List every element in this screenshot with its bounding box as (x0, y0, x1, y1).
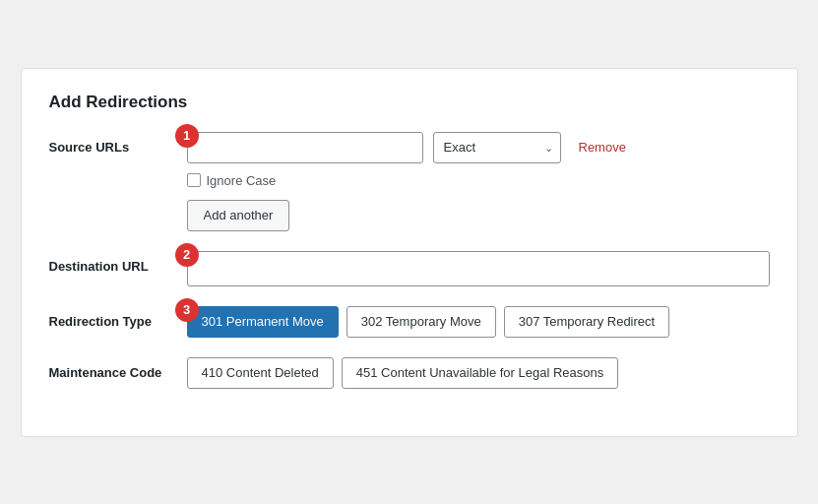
btn-301-permanent-move[interactable]: 301 Permanent Move (187, 306, 339, 338)
btn-307-temporary-redirect[interactable]: 307 Temporary Redirect (504, 306, 670, 338)
source-urls-label: Source URLs (49, 132, 187, 155)
source-url-input-row: Exact Regex Contains ⌄ Remove (187, 132, 770, 163)
ignore-case-checkbox[interactable] (187, 173, 201, 187)
redirection-type-content: 3 301 Permanent Move 302 Temporary Move … (187, 306, 770, 338)
match-type-select-wrapper: Exact Regex Contains ⌄ (433, 132, 561, 163)
maintenance-code-content: 410 Content Deleted 451 Content Unavaila… (187, 357, 770, 389)
remove-link[interactable]: Remove (579, 140, 626, 155)
btn-302-temporary-move[interactable]: 302 Temporary Move (346, 306, 496, 338)
maintenance-code-row: Maintenance Code 410 Content Deleted 451… (49, 357, 770, 389)
btn-410-content-deleted[interactable]: 410 Content Deleted (187, 357, 334, 389)
ignore-case-label: Ignore Case (207, 173, 277, 188)
redirection-type-label: Redirection Type (49, 306, 187, 329)
maintenance-code-buttons: 410 Content Deleted 451 Content Unavaila… (187, 357, 770, 389)
redirection-type-row: Redirection Type 3 301 Permanent Move 30… (49, 306, 770, 338)
destination-url-label: Destination URL (49, 251, 187, 274)
source-urls-content: 1 Exact Regex Contains ⌄ Remove Ignore C… (187, 132, 770, 231)
source-urls-row: Source URLs 1 Exact Regex Contains ⌄ Rem… (49, 132, 770, 231)
btn-451-content-unavailable[interactable]: 451 Content Unavailable for Legal Reason… (342, 357, 619, 389)
destination-url-input[interactable] (187, 251, 770, 286)
destination-url-row: Destination URL 2 (49, 251, 770, 286)
maintenance-code-label: Maintenance Code (49, 357, 187, 380)
redirection-type-buttons: 301 Permanent Move 302 Temporary Move 30… (187, 306, 770, 338)
add-redirections-card: Add Redirections Source URLs 1 Exact Reg… (21, 68, 798, 437)
step-2-badge: 2 (175, 243, 199, 267)
destination-url-content: 2 (187, 251, 770, 286)
add-another-button[interactable]: Add another (187, 200, 290, 231)
card-title: Add Redirections (49, 93, 770, 112)
ignore-case-row: Ignore Case (187, 173, 770, 188)
step-3-badge: 3 (175, 298, 199, 322)
step-1-badge: 1 (175, 124, 199, 148)
source-url-input[interactable] (187, 132, 423, 163)
match-type-select[interactable]: Exact Regex Contains (433, 132, 561, 163)
